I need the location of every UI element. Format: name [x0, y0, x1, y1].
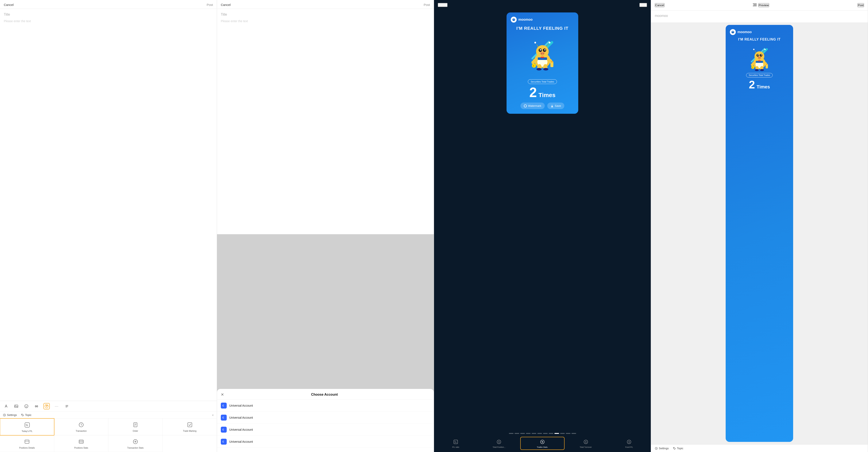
- dot-8[interactable]: [549, 433, 553, 434]
- panel4-cancel-button[interactable]: Cancel: [655, 3, 664, 7]
- dot-10[interactable]: [560, 433, 565, 434]
- trade-marking-label: Trade Marking: [183, 430, 196, 432]
- save-label: Save: [555, 104, 561, 108]
- dot-1[interactable]: [509, 433, 514, 434]
- account-sheet-title: Choose Account: [311, 393, 338, 396]
- pl-ratio-icon: %: [452, 439, 459, 445]
- tab-trades-stats[interactable]: Trades Stats.: [520, 437, 564, 450]
- transaction-stats-widget[interactable]: Transaction Stats: [108, 435, 163, 452]
- account-item-2[interactable]: C Universal Account: [217, 412, 434, 424]
- panel2-content: Title Please enter the text: [217, 9, 434, 234]
- moomoo-logo-icon: [511, 17, 517, 23]
- tab-total-positions[interactable]: $ Total Position...: [477, 437, 521, 449]
- bottom-card-tabs: % P/L ratio $ Total Position... Trades S…: [434, 435, 651, 452]
- transaction-stats-label: Transaction Stats: [127, 447, 144, 449]
- svg-point-3: [26, 406, 26, 406]
- todays-pl-widget[interactable]: % Today's P/L: [0, 418, 54, 435]
- account-icon-1: C: [221, 403, 227, 409]
- svg-point-82: [753, 49, 754, 50]
- moomoo-logo-text: moomoo: [518, 18, 533, 22]
- panel1-post-button[interactable]: Post: [207, 3, 213, 6]
- order-widget[interactable]: Order: [108, 418, 163, 435]
- dot-2[interactable]: [515, 433, 519, 434]
- preview-stats-value: 2 Times: [730, 79, 789, 90]
- list-icon[interactable]: [64, 403, 70, 410]
- panel1-text-placeholder: Please enter the text: [4, 20, 213, 23]
- trade-marking-icon: [186, 421, 194, 429]
- account-name-3: Universal Account: [229, 428, 253, 431]
- preview-stats-unit: Times: [757, 84, 770, 90]
- order-icon: [132, 421, 139, 429]
- settings-item[interactable]: Settings: [3, 413, 17, 417]
- panel3-cancel-button[interactable]: Cancel: [438, 3, 447, 7]
- more-options-icon[interactable]: ···: [54, 403, 60, 410]
- preview-moomoo-card: moomoo I'M REALLY FEELING IT: [726, 25, 793, 442]
- tab-total-turnover[interactable]: $ Total Turnover: [564, 437, 608, 449]
- image-icon[interactable]: [13, 403, 20, 410]
- svg-text:C: C: [222, 429, 224, 431]
- watermark-button[interactable]: Watermark: [521, 102, 545, 109]
- panel4-title-label: moomoo: [655, 14, 864, 18]
- tab-pl-ratio[interactable]: % P/L ratio: [434, 437, 477, 449]
- preview-stats-number: 2: [749, 79, 755, 90]
- dot-5[interactable]: [532, 433, 536, 434]
- emoji-icon[interactable]: [23, 403, 30, 410]
- topic-label: Topic: [25, 413, 31, 417]
- account-sheet-close-button[interactable]: ✕: [221, 392, 224, 397]
- svg-rect-54: [551, 61, 553, 62]
- panel2-cancel-button[interactable]: Cancel: [221, 3, 231, 6]
- svg-text:C: C: [222, 441, 224, 443]
- settings-chevron-icon[interactable]: ∨: [212, 414, 214, 417]
- trade-marking-widget[interactable]: Trade Marking: [163, 418, 217, 435]
- svg-rect-98: [766, 64, 767, 65]
- dot-9-active[interactable]: [554, 433, 559, 434]
- choose-account-sheet: ✕ Choose Account C Universal Account C U…: [217, 389, 434, 452]
- panel4-preview-button[interactable]: Preview: [758, 3, 769, 7]
- positions-stats-widget[interactable]: Positions Stats: [54, 435, 108, 452]
- transaction-widget[interactable]: Transaction: [54, 418, 108, 435]
- panel3-header: Cancel Done: [434, 0, 651, 10]
- moomoo-logo: moomoo: [511, 17, 533, 23]
- svg-point-4: [27, 406, 27, 406]
- panel4-settings-item[interactable]: Settings: [655, 447, 669, 450]
- panel2-post-button[interactable]: Post: [424, 3, 430, 6]
- panel4-topic-item[interactable]: Topic: [673, 447, 683, 450]
- card-actions: Watermark Save: [511, 102, 574, 109]
- panel1-cancel-button[interactable]: Cancel: [4, 3, 14, 6]
- account-item-4[interactable]: C Universal Account: [217, 436, 434, 448]
- save-button[interactable]: Save: [547, 102, 564, 109]
- hamburger-icon: [753, 3, 757, 7]
- svg-point-101: [755, 69, 759, 71]
- tab-total-positions-label: Total Position...: [493, 446, 505, 448]
- total-turnover-icon: $: [583, 439, 589, 445]
- text-format-icon[interactable]: A: [3, 403, 9, 410]
- panel3-done-button[interactable]: Done: [640, 3, 647, 7]
- widget-grid: % Today's P/L Transaction Order: [0, 418, 217, 452]
- panel4-post-button[interactable]: Post: [858, 3, 864, 7]
- chart-widget-icon[interactable]: [43, 403, 50, 410]
- account-name-4: Universal Account: [229, 440, 253, 443]
- account-item-1[interactable]: C Universal Account: [217, 400, 434, 412]
- panel-3-moomoo: Cancel Done moomoo I'M REALLY FEELING IT: [434, 0, 651, 452]
- dot-4[interactable]: [526, 433, 531, 434]
- dot-11[interactable]: [566, 433, 570, 434]
- svg-point-57: [536, 68, 541, 70]
- tab-fund-pl[interactable]: $ Fund P/L: [607, 437, 651, 449]
- dot-12[interactable]: [571, 433, 576, 434]
- topic-item[interactable]: Topic: [21, 413, 31, 417]
- media-icon[interactable]: 00: [33, 403, 40, 410]
- preview-center-controls: Preview: [753, 3, 769, 7]
- svg-point-12: [22, 414, 22, 415]
- dot-7[interactable]: [543, 433, 548, 434]
- dot-6[interactable]: [537, 433, 542, 434]
- positions-stats-label: Positions Stats: [74, 447, 88, 449]
- positions-stats-icon: [78, 438, 85, 446]
- positions-details-widget[interactable]: Positions Details: [0, 435, 54, 452]
- svg-point-83: [764, 49, 766, 50]
- account-item-3[interactable]: C Universal Account: [217, 424, 434, 436]
- dot-3[interactable]: [520, 433, 525, 434]
- account-icon-4: C: [221, 439, 227, 445]
- feeling-text: I'M REALLY FEELING IT: [511, 26, 574, 31]
- account-icon-3: C: [221, 427, 227, 432]
- svg-rect-53: [550, 62, 553, 67]
